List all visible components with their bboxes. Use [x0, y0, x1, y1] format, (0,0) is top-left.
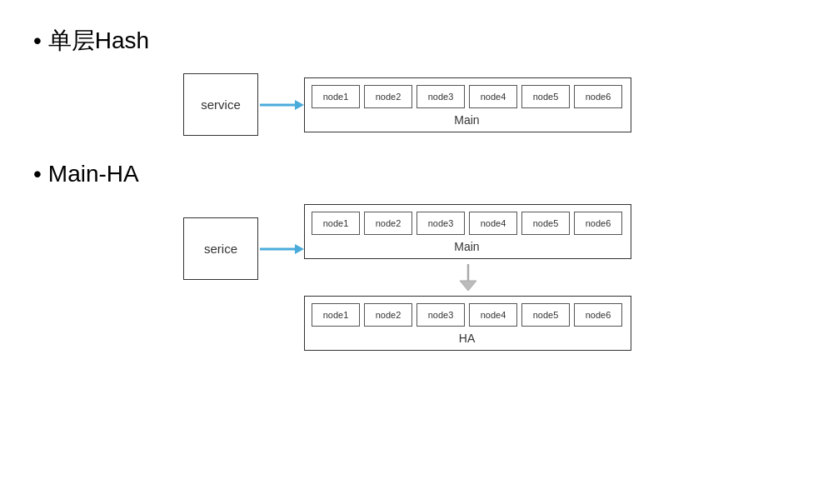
ha-node6: node6 [574, 303, 622, 327]
arrow-1 [258, 97, 304, 113]
svg-marker-1 [295, 100, 304, 110]
main-node6: node6 [574, 212, 622, 235]
main-node4: node4 [469, 212, 517, 235]
node-row-ha: node1 node2 node3 node4 node5 node6 [312, 303, 622, 327]
section1-title: • 单层Hash [33, 25, 800, 57]
node1-box-1: node1 [312, 85, 360, 108]
section-single-hash: • 单层Hash service node1 node2 node3 node4… [33, 25, 800, 136]
ha-node5: node5 [521, 303, 570, 327]
section1-title-text: 单层Hash [48, 25, 149, 57]
down-arrow-container [456, 262, 481, 292]
service-label-2: serice [204, 242, 237, 256]
service-label-1: service [201, 97, 241, 112]
main-cluster-1: node1 node2 node3 node4 node5 node6 Main [304, 77, 631, 132]
section2-title-text: Main-HA [48, 161, 139, 187]
main-label-2: Main [454, 240, 479, 253]
main-cluster-2: node1 node2 node3 node4 node5 node6 Main [304, 204, 631, 259]
main-node3: node3 [416, 212, 465, 235]
bullet-dot-2: • [33, 162, 42, 186]
main-node2: node2 [364, 212, 412, 235]
node-row-1: node1 node2 node3 node4 node5 node6 [312, 85, 622, 108]
ha-node2: node2 [364, 303, 412, 327]
node6-box-1: node6 [574, 85, 622, 108]
ha-node3: node3 [416, 303, 465, 327]
main-ha-right: node1 node2 node3 node4 node5 node6 Main [304, 204, 631, 351]
svg-marker-5 [460, 281, 476, 291]
service-box-2: serice [183, 217, 258, 280]
node5-box-1: node5 [521, 85, 570, 108]
main-node1: node1 [312, 212, 360, 235]
section2-title: • Main-HA [33, 161, 800, 187]
main-label-1: Main [454, 113, 479, 127]
service-arrow-group: serice [183, 217, 304, 280]
ha-label: HA [459, 332, 475, 345]
diagram-main-ha: serice node1 node2 node3 node4 node5 nod [183, 204, 800, 351]
node-row-main: node1 node2 node3 node4 node5 node6 [312, 212, 622, 235]
main-node5: node5 [521, 212, 570, 235]
node4-box-1: node4 [469, 85, 517, 108]
ha-cluster: node1 node2 node3 node4 node5 node6 HA [304, 296, 631, 351]
arrow-2 [258, 241, 304, 257]
section-main-ha: • Main-HA serice node1 node2 node3 [33, 161, 800, 351]
diagram-single-hash: service node1 node2 node3 node4 node5 no… [183, 73, 800, 136]
ha-node1: node1 [312, 303, 360, 327]
bullet-dot-1: • [33, 29, 42, 52]
ha-node4: node4 [469, 303, 517, 327]
node3-box-1: node3 [416, 85, 465, 108]
svg-marker-3 [295, 244, 304, 254]
node2-box-1: node2 [364, 85, 412, 108]
service-box-1: service [183, 73, 258, 136]
